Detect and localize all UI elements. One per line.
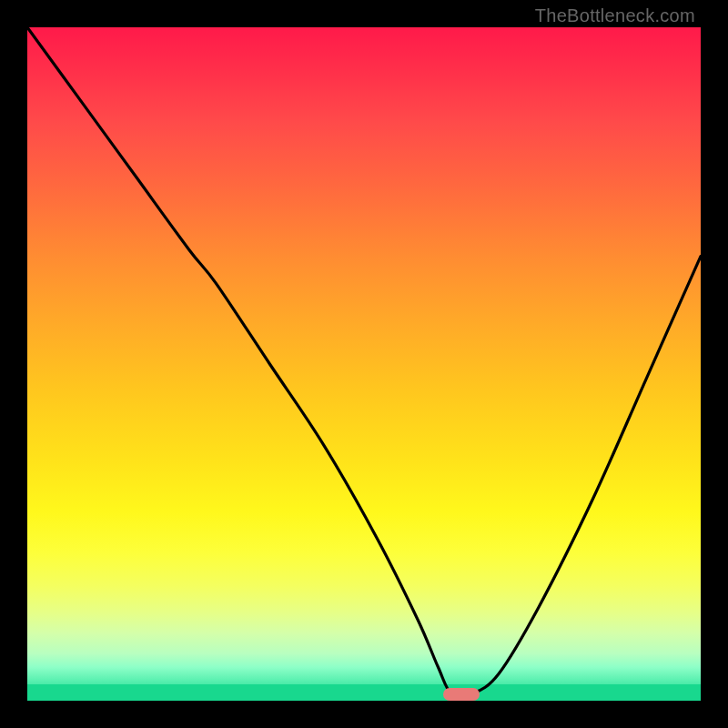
optimal-marker-pill [443,688,480,701]
chart-frame: TheBottleneck.com [0,0,728,728]
watermark-text: TheBottleneck.com [535,5,695,26]
bottleneck-curve [27,27,701,701]
plot-area [27,27,701,701]
curve-path [27,27,701,697]
